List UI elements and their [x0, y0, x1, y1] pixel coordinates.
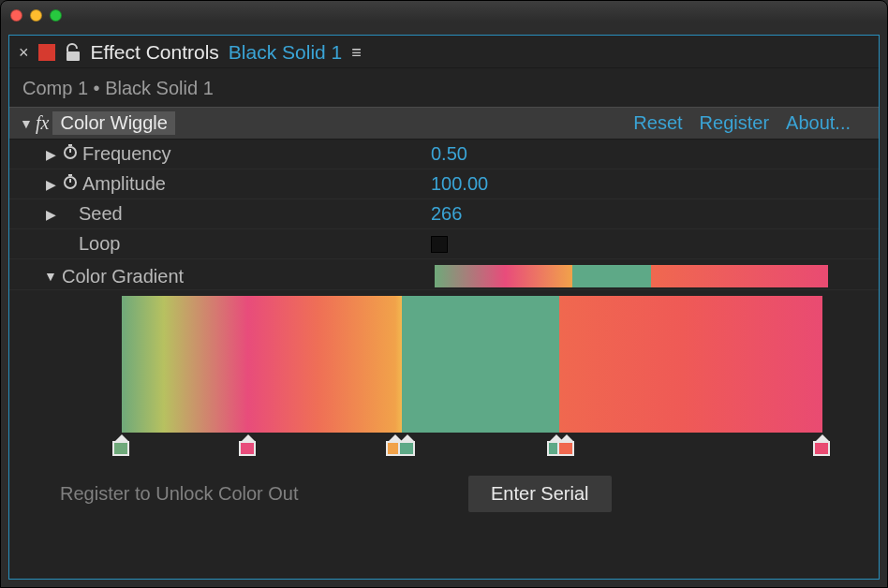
- param-label: Loop: [79, 233, 121, 255]
- param-seed: Seed 266: [9, 199, 879, 229]
- breadcrumb: Comp 1 • Black Solid 1: [9, 68, 879, 107]
- gradient-stop[interactable]: [239, 434, 258, 456]
- param-label: Color Gradient: [62, 266, 184, 287]
- gradient-strip[interactable]: [122, 296, 822, 433]
- close-tab-icon[interactable]: ×: [19, 43, 29, 63]
- gradient-stop[interactable]: [557, 434, 576, 456]
- param-value[interactable]: 266: [431, 203, 462, 225]
- panel-menu-icon[interactable]: ≡: [351, 43, 362, 63]
- locked-label: Register to Unlock Color Out: [19, 483, 468, 505]
- svg-rect-0: [67, 51, 80, 61]
- twirl-icon[interactable]: [43, 269, 58, 284]
- stopwatch-icon[interactable]: [62, 173, 79, 195]
- param-gradient: Color Gradient: [9, 259, 879, 290]
- window: × Effect Controls Black Solid 1 ≡ Comp 1…: [0, 0, 888, 588]
- param-value[interactable]: 0.50: [431, 143, 467, 165]
- unlock-icon[interactable]: [65, 43, 81, 62]
- stopwatch-icon[interactable]: [62, 143, 79, 165]
- param-value[interactable]: 100.00: [431, 173, 488, 195]
- twirl-icon[interactable]: [43, 177, 58, 192]
- enter-serial-button[interactable]: Enter Serial: [468, 476, 612, 512]
- param-label: Seed: [79, 203, 123, 225]
- panel-tab-bar: × Effect Controls Black Solid 1 ≡: [9, 36, 879, 68]
- loop-checkbox[interactable]: [431, 236, 448, 253]
- gradient-stop[interactable]: [398, 434, 417, 456]
- effect-header: fx Color Wiggle Reset Register About...: [9, 107, 879, 140]
- reset-button[interactable]: Reset: [633, 112, 682, 134]
- twirl-icon[interactable]: [43, 147, 58, 162]
- effect-controls-panel: × Effect Controls Black Solid 1 ≡ Comp 1…: [8, 35, 880, 580]
- svg-rect-2: [68, 144, 72, 146]
- minimize-icon[interactable]: [30, 9, 42, 22]
- gradient-stop[interactable]: [112, 434, 131, 456]
- gradient-stops: [122, 434, 822, 463]
- gradient-preview[interactable]: [435, 265, 828, 287]
- param-rows: Frequency 0.50 Amplitude 100.00: [9, 140, 879, 520]
- panel-subtitle[interactable]: Black Solid 1: [229, 41, 342, 64]
- param-label: Frequency: [82, 143, 171, 165]
- param-frequency: Frequency 0.50: [9, 140, 879, 169]
- gradient-stop[interactable]: [813, 434, 832, 456]
- param-amplitude: Amplitude 100.00: [9, 169, 879, 199]
- about-button[interactable]: About...: [786, 112, 851, 134]
- titlebar: [1, 1, 887, 29]
- register-button[interactable]: Register: [700, 112, 769, 134]
- panel-title: Effect Controls: [91, 41, 219, 64]
- color-out-row: Register to Unlock Color Out Enter Seria…: [9, 463, 879, 520]
- twirl-icon[interactable]: [43, 207, 58, 222]
- fx-icon[interactable]: fx: [36, 112, 49, 134]
- effect-toggle-icon[interactable]: [19, 116, 34, 131]
- gradient-editor: [9, 290, 879, 463]
- effect-header-links: Reset Register About...: [633, 112, 869, 134]
- svg-rect-5: [68, 174, 72, 176]
- close-icon[interactable]: [10, 9, 22, 22]
- param-label: Amplitude: [82, 173, 166, 195]
- param-loop: Loop: [9, 229, 879, 259]
- layer-color-chip[interactable]: [38, 44, 55, 61]
- maximize-icon[interactable]: [50, 9, 62, 22]
- effect-name[interactable]: Color Wiggle: [52, 111, 174, 135]
